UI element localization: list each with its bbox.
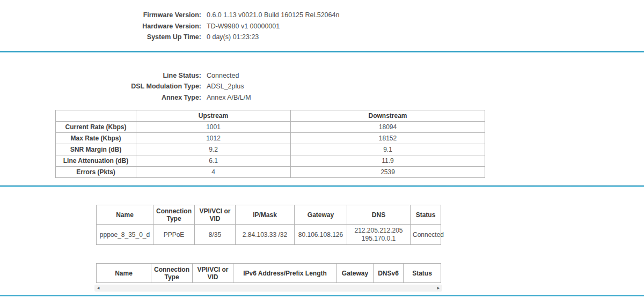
errors-upstream-cell: 4 (136, 167, 291, 178)
line-attenuation-downstream-cell: 11.9 (291, 155, 485, 167)
ipv6-status-header: Status (404, 264, 441, 283)
dsl-stats-table: Upstream Downstream Current Rate (Kbps) … (55, 110, 485, 178)
table-row: Current Rate (Kbps) 1001 18094 (56, 122, 485, 133)
ipv4-dns-cell: 212.205.212.205 195.170.0.1 (347, 225, 411, 245)
router-status-page: Firmware Version: 0.6.0 1.13 v0021.0 Bui… (0, 0, 644, 298)
firmware-version-row: Firmware Version: 0.6.0 1.13 v0021.0 Bui… (0, 10, 644, 21)
current-rate-label-cell: Current Rate (Kbps) (56, 122, 136, 133)
snr-margin-upstream-cell: 9.2 (136, 144, 291, 155)
max-rate-label-cell: Max Rate (Kbps) (56, 133, 136, 144)
wan-section: Name Connection Type VPI/VCI or VID IP/M… (0, 187, 644, 295)
errors-label-cell: Errors (Pkts) (56, 167, 136, 178)
scroll-right-icon[interactable]: ► (436, 285, 441, 292)
ipv4-ip-mask-header: IP/Mask (236, 205, 295, 225)
ipv4-gateway-header: Gateway (295, 205, 347, 225)
system-up-time-row: System Up Time: 0 day(s) 01:23:23 (0, 32, 644, 43)
current-rate-downstream-cell: 18094 (291, 122, 485, 133)
current-rate-upstream-cell: 1001 (136, 122, 291, 133)
annex-type-value: Annex A/B/L/M (207, 92, 251, 103)
dsl-status-section: Line Status: Connected DSL Modulation Ty… (0, 53, 644, 186)
ipv6-address-prefix-header: IPv6 Address/Prefix Length (233, 264, 337, 283)
annex-type-label: Annex Type: (0, 92, 201, 103)
table-row: pppoe_8_35_0_d PPPoE 8/35 2.84.103.33 /3… (97, 225, 441, 245)
section-separator (0, 295, 644, 296)
wan-ipv4-table: Name Connection Type VPI/VCI or VID IP/M… (96, 205, 441, 245)
line-attenuation-label-cell: Line Attenuation (dB) (56, 155, 136, 167)
horizontal-scrollbar[interactable]: ◄ ► (94, 285, 442, 292)
table-row: Max Rate (Kbps) 1012 18152 (56, 133, 485, 144)
annex-type-row: Annex Type: Annex A/B/L/M (0, 92, 644, 103)
dsl-modulation-type-value: ADSL_2plus (207, 81, 244, 92)
ipv4-name-header: Name (97, 205, 153, 225)
errors-downstream-cell: 2539 (291, 167, 485, 178)
line-status-value: Connected (207, 70, 239, 81)
ipv6-dnsv6-header: DNSv6 (374, 264, 404, 283)
line-attenuation-upstream-cell: 6.1 (136, 155, 291, 167)
hardware-version-value: TD-W9980 v1 00000001 (207, 21, 280, 32)
ipv4-name-cell: pppoe_8_35_0_d (97, 225, 153, 245)
system-up-time-label: System Up Time: (0, 32, 201, 43)
wan-ipv4-header-row: Name Connection Type VPI/VCI or VID IP/M… (97, 205, 441, 225)
ipv6-connection-type-header: Connection Type (151, 264, 193, 283)
wan-ipv6-header-row: Name Connection Type VPI/VCI or VID IPv6… (97, 264, 441, 283)
ipv4-dns-header: DNS (347, 205, 411, 225)
snr-margin-downstream-cell: 9.1 (291, 144, 485, 155)
system-up-time-value: 0 day(s) 01:23:23 (207, 32, 259, 43)
table-row: SNR Margin (dB) 9.2 9.1 (56, 144, 485, 155)
ipv4-vpi-vci-cell: 8/35 (195, 225, 236, 245)
snr-margin-label-cell: SNR Margin (dB) (56, 144, 136, 155)
ipv4-gateway-cell: 80.106.108.126 (295, 225, 347, 245)
table-row: Errors (Pkts) 4 2539 (56, 167, 485, 178)
hardware-version-row: Hardware Version: TD-W9980 v1 00000001 (0, 21, 644, 32)
scroll-left-icon[interactable]: ◄ (96, 285, 100, 292)
line-status-row: Line Status: Connected (0, 70, 644, 81)
table-row: Line Attenuation (dB) 6.1 11.9 (56, 155, 485, 167)
ipv4-ip-mask-cell: 2.84.103.33 /32 (236, 225, 295, 245)
dsl-modulation-type-label: DSL Modulation Type: (0, 81, 201, 92)
ipv6-gateway-header: Gateway (337, 264, 374, 283)
ipv6-name-header: Name (97, 264, 151, 283)
ipv6-vpi-vci-header: VPI/VCI or VID (193, 264, 233, 283)
dsl-stats-upstream-header: Upstream (136, 110, 291, 122)
max-rate-downstream-cell: 18152 (291, 133, 485, 144)
ipv4-status-header: Status (411, 205, 441, 225)
dsl-stats-header-row: Upstream Downstream (56, 110, 485, 122)
ipv4-status-cell: Connected (411, 225, 441, 245)
firmware-version-label: Firmware Version: (0, 10, 201, 21)
device-info-section: Firmware Version: 0.6.0 1.13 v0021.0 Bui… (0, 0, 644, 51)
dsl-stats-downstream-header: Downstream (291, 110, 485, 122)
dsl-modulation-type-row: DSL Modulation Type: ADSL_2plus (0, 81, 644, 92)
ipv4-vpi-vci-header: VPI/VCI or VID (195, 205, 236, 225)
hardware-version-label: Hardware Version: (0, 21, 201, 32)
ipv4-connection-type-header: Connection Type (153, 205, 195, 225)
max-rate-upstream-cell: 1012 (136, 133, 291, 144)
ipv4-connection-type-cell: PPPoE (153, 225, 195, 245)
firmware-version-value: 0.6.0 1.13 v0021.0 Build 160125 Rel.5206… (207, 10, 339, 21)
line-status-label: Line Status: (0, 70, 201, 81)
dsl-stats-blank-header (56, 110, 136, 122)
wan-ipv6-table: Name Connection Type VPI/VCI or VID IPv6… (96, 263, 441, 283)
